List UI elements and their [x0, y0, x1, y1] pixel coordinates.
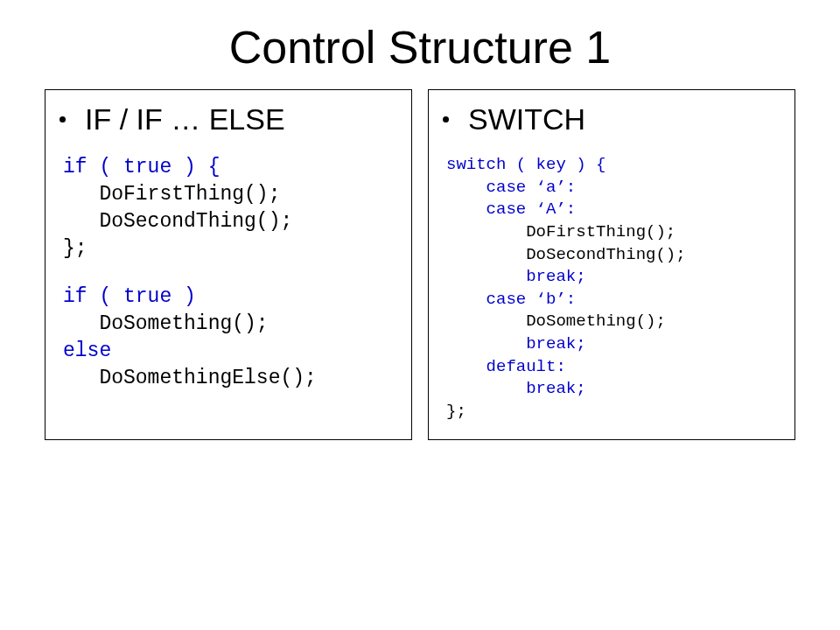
slide-title: Control Structure 1 [0, 0, 840, 89]
code-line: case ‘a’: [446, 177, 786, 200]
code-line: switch ( key ) { [446, 154, 786, 177]
right-heading: SWITCH [468, 102, 585, 136]
code-line: DoSomething(); [63, 311, 402, 338]
code-line: if ( true ) { [63, 154, 402, 181]
right-column: SWITCH switch ( key ) { case ‘a’: case ‘… [428, 89, 795, 440]
right-heading-row: SWITCH [443, 102, 786, 136]
code-line: }; [63, 235, 402, 262]
code-line: break; [446, 378, 786, 401]
code-line: DoSomethingElse(); [63, 365, 402, 392]
code-line: DoFirstThing(); [63, 181, 402, 208]
code-line: DoSecondThing(); [446, 244, 786, 267]
code-line: default: [446, 356, 786, 379]
code-line: DoSecondThing(); [63, 208, 402, 235]
code-line: case ‘A’: [446, 199, 786, 221]
right-code-block: switch ( key ) { case ‘a’: case ‘A’: DoF… [446, 154, 786, 424]
slide: Control Structure 1 IF / IF … ELSE if ( … [0, 0, 840, 630]
code-line: DoFirstThing(); [446, 221, 786, 244]
code-line: break; [446, 333, 786, 356]
code-line: }; [446, 401, 786, 424]
bullet-icon [60, 116, 66, 122]
code-blank-line [63, 262, 402, 284]
columns: IF / IF … ELSE if ( true ) { DoFirstThin… [0, 89, 840, 440]
code-line: else [63, 338, 402, 365]
left-heading-row: IF / IF … ELSE [60, 102, 402, 136]
bullet-icon [443, 116, 449, 122]
code-line: break; [446, 266, 786, 289]
left-heading: IF / IF … ELSE [85, 102, 285, 136]
left-code-block: if ( true ) { DoFirstThing(); DoSecondTh… [63, 154, 402, 392]
code-line: DoSomething(); [446, 311, 786, 333]
code-line: if ( true ) [63, 284, 402, 311]
code-line: case ‘b’: [446, 289, 786, 312]
left-column: IF / IF … ELSE if ( true ) { DoFirstThin… [45, 89, 412, 440]
